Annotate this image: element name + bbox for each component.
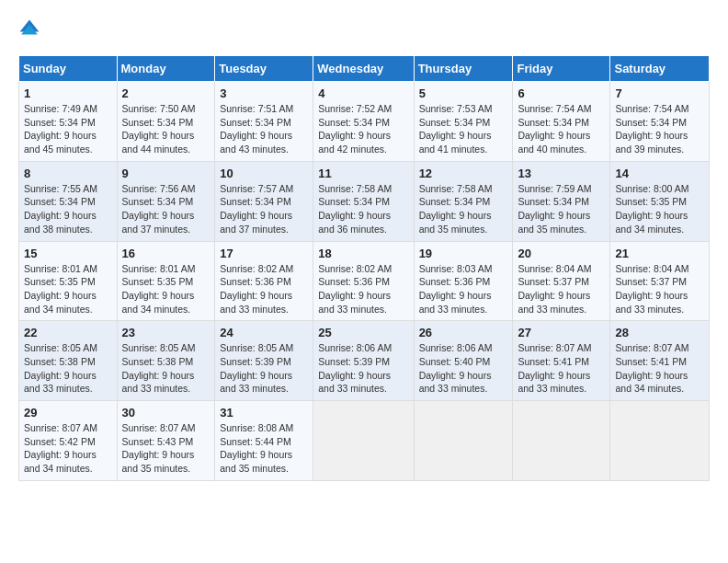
calendar-cell: 17 Sunrise: 8:02 AMSunset: 5:36 PMDaylig… [215, 241, 313, 321]
day-info: Sunrise: 8:04 AMSunset: 5:37 PMDaylight:… [615, 263, 688, 315]
calendar-cell: 3 Sunrise: 7:51 AMSunset: 5:34 PMDayligh… [215, 82, 313, 162]
day-info: Sunrise: 7:52 AMSunset: 5:34 PMDaylight:… [318, 103, 392, 155]
week-row-4: 22 Sunrise: 8:05 AMSunset: 5:38 PMDaylig… [19, 321, 710, 401]
day-number: 12 [419, 167, 508, 180]
day-info: Sunrise: 7:57 AMSunset: 5:34 PMDaylight:… [220, 183, 293, 235]
calendar-cell: 14 Sunrise: 8:00 AMSunset: 5:35 PMDaylig… [610, 161, 710, 241]
day-info: Sunrise: 8:05 AMSunset: 5:38 PMDaylight:… [24, 342, 97, 394]
day-number: 27 [518, 326, 605, 339]
day-number: 7 [615, 86, 704, 100]
calendar-cell: 28 Sunrise: 8:07 AMSunset: 5:41 PMDaylig… [610, 321, 710, 401]
calendar-cell: 26 Sunrise: 8:06 AMSunset: 5:40 PMDaylig… [414, 321, 513, 401]
day-number: 20 [518, 247, 605, 260]
header-day-saturday: Saturday [610, 56, 710, 82]
day-info: Sunrise: 8:07 AMSunset: 5:43 PMDaylight:… [122, 422, 196, 474]
day-number: 25 [318, 326, 408, 339]
day-number: 19 [419, 247, 508, 260]
calendar-cell: 29 Sunrise: 8:07 AMSunset: 5:42 PMDaylig… [19, 401, 118, 481]
day-number: 28 [615, 326, 704, 339]
day-info: Sunrise: 8:02 AMSunset: 5:36 PMDaylight:… [318, 263, 392, 315]
day-number: 31 [220, 406, 308, 419]
calendar-cell: 24 Sunrise: 8:05 AMSunset: 5:39 PMDaylig… [215, 321, 313, 401]
day-info: Sunrise: 8:03 AMSunset: 5:36 PMDaylight:… [419, 263, 493, 315]
day-number: 1 [24, 86, 112, 100]
day-info: Sunrise: 7:54 AMSunset: 5:34 PMDaylight:… [615, 103, 688, 155]
calendar-cell: 20 Sunrise: 8:04 AMSunset: 5:37 PMDaylig… [513, 241, 610, 321]
header-day-thursday: Thursday [414, 56, 513, 82]
day-number: 5 [419, 86, 508, 100]
logo [18, 18, 44, 40]
day-number: 21 [615, 247, 704, 260]
day-number: 16 [122, 247, 210, 260]
calendar-cell: 8 Sunrise: 7:55 AMSunset: 5:34 PMDayligh… [19, 161, 118, 241]
calendar-cell: 21 Sunrise: 8:04 AMSunset: 5:37 PMDaylig… [610, 241, 710, 321]
day-number: 9 [122, 167, 210, 180]
calendar-cell: 11 Sunrise: 7:58 AMSunset: 5:34 PMDaylig… [313, 161, 414, 241]
logo-icon [18, 18, 40, 40]
week-row-1: 1 Sunrise: 7:49 AMSunset: 5:34 PMDayligh… [19, 82, 710, 162]
day-number: 29 [24, 406, 112, 419]
day-info: Sunrise: 8:00 AMSunset: 5:35 PMDaylight:… [615, 183, 688, 235]
calendar-cell: 25 Sunrise: 8:06 AMSunset: 5:39 PMDaylig… [313, 321, 414, 401]
day-info: Sunrise: 8:07 AMSunset: 5:41 PMDaylight:… [518, 342, 591, 394]
calendar-cell: 23 Sunrise: 8:05 AMSunset: 5:38 PMDaylig… [117, 321, 215, 401]
page-header [18, 18, 710, 40]
calendar-cell: 19 Sunrise: 8:03 AMSunset: 5:36 PMDaylig… [414, 241, 513, 321]
calendar-cell: 31 Sunrise: 8:08 AMSunset: 5:44 PMDaylig… [215, 401, 313, 481]
header-day-sunday: Sunday [19, 56, 118, 82]
calendar-cell: 27 Sunrise: 8:07 AMSunset: 5:41 PMDaylig… [513, 321, 610, 401]
day-info: Sunrise: 7:56 AMSunset: 5:34 PMDaylight:… [122, 183, 196, 235]
day-info: Sunrise: 8:05 AMSunset: 5:38 PMDaylight:… [122, 342, 196, 394]
week-row-3: 15 Sunrise: 8:01 AMSunset: 5:35 PMDaylig… [19, 241, 710, 321]
calendar-cell: 9 Sunrise: 7:56 AMSunset: 5:34 PMDayligh… [117, 161, 215, 241]
day-info: Sunrise: 8:01 AMSunset: 5:35 PMDaylight:… [24, 263, 97, 315]
calendar-cell: 5 Sunrise: 7:53 AMSunset: 5:34 PMDayligh… [414, 82, 513, 162]
calendar-cell [610, 401, 710, 481]
day-info: Sunrise: 8:02 AMSunset: 5:36 PMDaylight:… [220, 263, 293, 315]
header-day-tuesday: Tuesday [215, 56, 313, 82]
calendar-cell: 1 Sunrise: 7:49 AMSunset: 5:34 PMDayligh… [19, 82, 118, 162]
calendar-cell: 7 Sunrise: 7:54 AMSunset: 5:34 PMDayligh… [610, 82, 710, 162]
day-info: Sunrise: 8:08 AMSunset: 5:44 PMDaylight:… [220, 422, 293, 474]
header-day-wednesday: Wednesday [313, 56, 414, 82]
day-info: Sunrise: 7:55 AMSunset: 5:34 PMDaylight:… [24, 183, 97, 235]
calendar-table: SundayMondayTuesdayWednesdayThursdayFrid… [18, 55, 710, 481]
week-row-2: 8 Sunrise: 7:55 AMSunset: 5:34 PMDayligh… [19, 161, 710, 241]
day-number: 22 [24, 326, 112, 339]
day-info: Sunrise: 7:49 AMSunset: 5:34 PMDaylight:… [24, 103, 97, 155]
day-info: Sunrise: 7:50 AMSunset: 5:34 PMDaylight:… [122, 103, 196, 155]
day-number: 23 [122, 326, 210, 339]
day-number: 17 [220, 247, 308, 260]
day-info: Sunrise: 7:51 AMSunset: 5:34 PMDaylight:… [220, 103, 293, 155]
day-info: Sunrise: 8:06 AMSunset: 5:39 PMDaylight:… [318, 342, 392, 394]
calendar-cell: 6 Sunrise: 7:54 AMSunset: 5:34 PMDayligh… [513, 82, 610, 162]
calendar-cell: 16 Sunrise: 8:01 AMSunset: 5:35 PMDaylig… [117, 241, 215, 321]
calendar-cell: 10 Sunrise: 7:57 AMSunset: 5:34 PMDaylig… [215, 161, 313, 241]
calendar-cell [513, 401, 610, 481]
calendar-cell: 30 Sunrise: 8:07 AMSunset: 5:43 PMDaylig… [117, 401, 215, 481]
day-number: 6 [518, 86, 605, 100]
day-number: 4 [318, 86, 408, 100]
day-number: 30 [122, 406, 210, 419]
day-number: 8 [24, 167, 112, 180]
day-number: 11 [318, 167, 408, 180]
day-info: Sunrise: 8:07 AMSunset: 5:42 PMDaylight:… [24, 422, 97, 474]
day-number: 2 [122, 86, 210, 100]
header-day-friday: Friday [513, 56, 610, 82]
day-info: Sunrise: 7:54 AMSunset: 5:34 PMDaylight:… [518, 103, 591, 155]
day-number: 10 [220, 167, 308, 180]
calendar-cell [313, 401, 414, 481]
calendar-cell [414, 401, 513, 481]
day-number: 13 [518, 167, 605, 180]
header-row: SundayMondayTuesdayWednesdayThursdayFrid… [19, 56, 710, 82]
calendar-header: SundayMondayTuesdayWednesdayThursdayFrid… [19, 56, 710, 82]
calendar-cell: 22 Sunrise: 8:05 AMSunset: 5:38 PMDaylig… [19, 321, 118, 401]
day-info: Sunrise: 8:06 AMSunset: 5:40 PMDaylight:… [419, 342, 493, 394]
day-number: 14 [615, 167, 704, 180]
header-day-monday: Monday [117, 56, 215, 82]
day-number: 18 [318, 247, 408, 260]
calendar-cell: 12 Sunrise: 7:58 AMSunset: 5:34 PMDaylig… [414, 161, 513, 241]
calendar-cell: 18 Sunrise: 8:02 AMSunset: 5:36 PMDaylig… [313, 241, 414, 321]
week-row-5: 29 Sunrise: 8:07 AMSunset: 5:42 PMDaylig… [19, 401, 710, 481]
day-info: Sunrise: 8:07 AMSunset: 5:41 PMDaylight:… [615, 342, 688, 394]
